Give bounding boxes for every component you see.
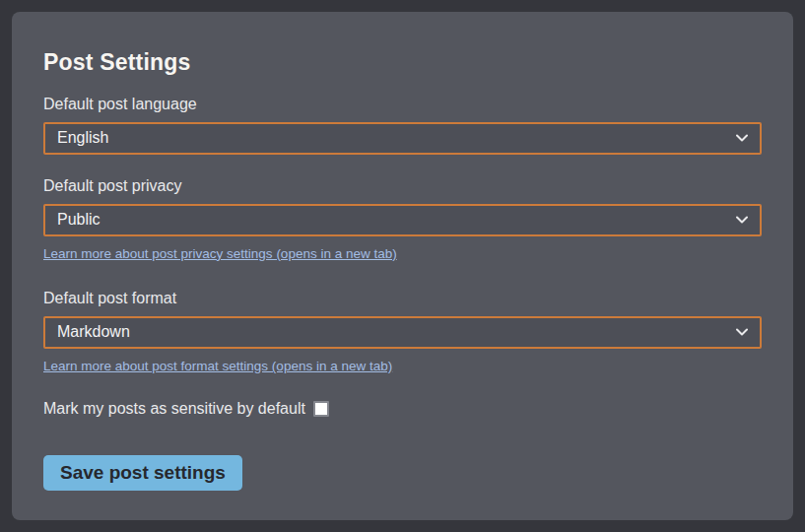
language-label: Default post language bbox=[43, 95, 762, 113]
save-post-settings-button[interactable]: Save post settings bbox=[43, 455, 242, 491]
field-group-privacy: Default post privacy Public Learn more a… bbox=[43, 176, 762, 263]
chevron-down-icon bbox=[736, 216, 748, 224]
page-title: Post Settings bbox=[43, 49, 762, 77]
field-group-language: Default post language English bbox=[43, 95, 762, 155]
language-select[interactable]: English bbox=[43, 122, 762, 155]
privacy-learn-more-link[interactable]: Learn more about post privacy settings (… bbox=[43, 245, 397, 263]
privacy-label: Default post privacy bbox=[43, 176, 762, 195]
post-settings-panel: Post Settings Default post language Engl… bbox=[12, 12, 793, 520]
sensitive-row: Mark my posts as sensitive by default bbox=[43, 399, 762, 418]
format-select[interactable]: Markdown bbox=[43, 316, 762, 349]
sensitive-checkbox[interactable] bbox=[313, 401, 329, 417]
chevron-down-icon bbox=[736, 134, 748, 142]
format-label: Default post format bbox=[43, 289, 762, 307]
language-select-value: English bbox=[57, 129, 108, 147]
chevron-down-icon bbox=[736, 328, 748, 336]
format-select-value: Markdown bbox=[57, 323, 130, 341]
privacy-select-value: Public bbox=[57, 211, 101, 229]
field-group-format: Default post format Markdown Learn more … bbox=[43, 289, 762, 375]
sensitive-label: Mark my posts as sensitive by default bbox=[43, 399, 305, 418]
format-learn-more-link[interactable]: Learn more about post format settings (o… bbox=[43, 358, 392, 375]
privacy-select[interactable]: Public bbox=[43, 204, 762, 236]
